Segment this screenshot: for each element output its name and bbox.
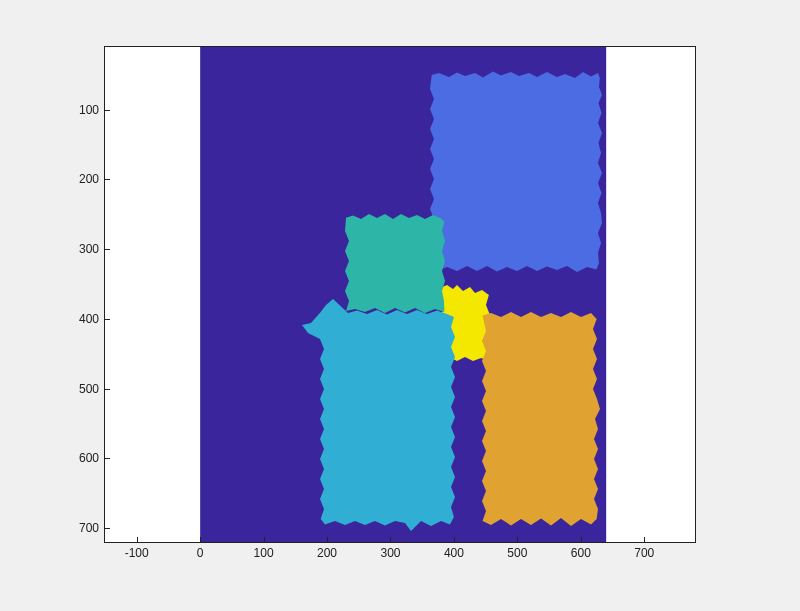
x-tick-mark (454, 537, 455, 542)
x-tick-mark (264, 537, 265, 542)
y-tick-mark (105, 458, 110, 459)
x-tick-label: 200 (317, 546, 337, 560)
region-3 (302, 299, 455, 531)
plot-area (105, 47, 695, 542)
x-tick-mark (517, 537, 518, 542)
region-1 (430, 72, 602, 273)
figure-window: -100 0 100 200 300 400 500 600 700 100 2… (0, 0, 800, 611)
label-image (105, 47, 695, 542)
x-tick-mark (644, 537, 645, 542)
y-tick-label: 400 (79, 312, 99, 326)
x-tick-label: 600 (571, 546, 591, 560)
x-tick-label: 300 (380, 546, 400, 560)
x-tick-mark (327, 537, 328, 542)
y-tick-label: 700 (79, 521, 99, 535)
y-tick-label: 100 (79, 103, 99, 117)
y-tick-mark (105, 110, 110, 111)
x-tick-label: 500 (507, 546, 527, 560)
axes[interactable]: -100 0 100 200 300 400 500 600 700 100 2… (104, 46, 696, 543)
region-5 (482, 312, 600, 526)
y-tick-label: 200 (79, 172, 99, 186)
x-tick-mark (137, 537, 138, 542)
y-tick-mark (105, 249, 110, 250)
y-tick-label: 600 (79, 451, 99, 465)
x-tick-label: -100 (125, 546, 149, 560)
y-tick-mark (105, 179, 110, 180)
x-tick-mark (200, 537, 201, 542)
y-tick-mark (105, 528, 110, 529)
x-tick-label: 0 (197, 546, 204, 560)
y-tick-label: 300 (79, 242, 99, 256)
y-tick-mark (105, 319, 110, 320)
x-tick-label: 700 (634, 546, 654, 560)
x-tick-label: 400 (444, 546, 464, 560)
x-tick-mark (390, 537, 391, 542)
y-tick-label: 500 (79, 382, 99, 396)
x-tick-mark (581, 537, 582, 542)
region-2 (345, 214, 445, 313)
x-tick-label: 100 (254, 546, 274, 560)
y-tick-mark (105, 389, 110, 390)
